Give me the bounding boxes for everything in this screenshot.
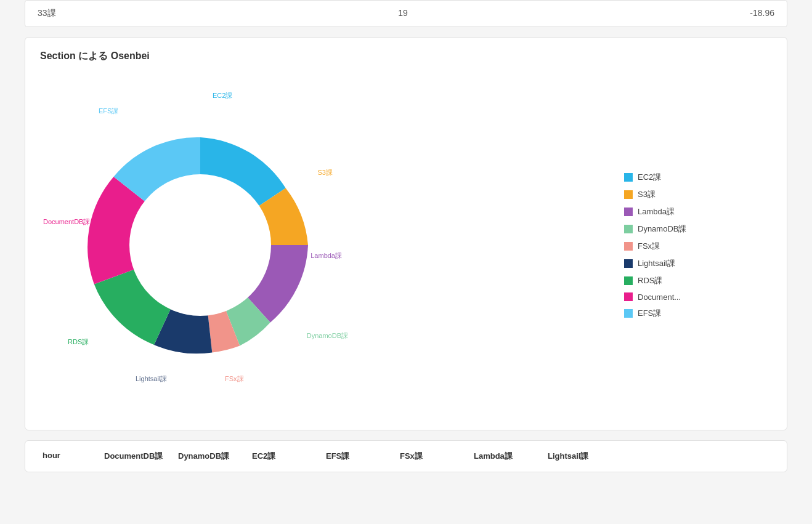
col-fsx: FSx課: [395, 451, 469, 462]
label-lambda: Lambda課: [311, 251, 342, 260]
legend-item-efs: EFS課: [624, 308, 747, 319]
top-col2: 19: [398, 8, 408, 19]
legend-color-rds: [624, 276, 633, 285]
label-s3: S3課: [318, 168, 333, 177]
legend-label-fsx: FSx課: [638, 241, 660, 252]
col-ec2: EC2課: [247, 451, 321, 462]
legend-label-documentdb: Document...: [638, 292, 681, 302]
chart-area: EC2課 EFS課 S3課 Lambda課 DynamoDB課 FSx課 Lig…: [40, 73, 772, 417]
label-fsx: FSx課: [225, 374, 244, 384]
col-lightsail: Lightsail課: [543, 451, 617, 462]
legend-color-s3: [624, 190, 633, 199]
legend-label-rds: RDS課: [638, 275, 662, 286]
legend-label-efs: EFS課: [638, 308, 661, 319]
legend-item-documentdb: Document...: [624, 292, 747, 302]
legend-label-s3: S3課: [638, 189, 656, 200]
label-lightsail: Lightsail課: [136, 374, 167, 384]
legend-label-lightsail: Lightsail課: [638, 258, 675, 269]
label-efs: EFS課: [99, 107, 118, 116]
donut-chart: [59, 103, 342, 387]
donut-hole: [129, 174, 271, 316]
legend-color-ec2: [624, 173, 633, 182]
legend-color-dynamodb: [624, 225, 633, 233]
legend-item-dynamodb: DynamoDB課: [624, 224, 747, 235]
legend: EC2課 S3課 Lambda課 DynamoDB課 FSx課: [624, 172, 747, 319]
col-documentdb: DocumentDB課: [99, 451, 173, 462]
legend-label-dynamodb: DynamoDB課: [638, 224, 686, 235]
legend-color-efs: [624, 309, 633, 318]
col-lambda: Lambda課: [469, 451, 543, 462]
label-rds: RDS課: [68, 337, 89, 347]
label-ec2: EC2課: [213, 91, 232, 100]
top-col3: -18.96: [750, 8, 774, 19]
legend-label-ec2: EC2課: [638, 172, 661, 183]
label-dynamodb: DynamoDB課: [307, 331, 348, 341]
main-card: Section による Osenbei: [25, 37, 787, 430]
legend-color-lambda: [624, 208, 633, 216]
legend-color-lightsail: [624, 259, 633, 268]
legend-item-s3: S3課: [624, 189, 747, 200]
legend-item-fsx: FSx課: [624, 241, 747, 252]
bottom-table-header-row: hour DocumentDB課 DynamoDB課 EC2課 EFS課 FSx…: [38, 451, 774, 462]
card-title: Section による Osenbei: [40, 50, 772, 63]
legend-item-lightsail: Lightsail課: [624, 258, 747, 269]
legend-item-rds: RDS課: [624, 275, 747, 286]
bottom-table: hour DocumentDB課 DynamoDB課 EC2課 EFS課 FSx…: [25, 440, 787, 472]
col-efs: EFS課: [321, 451, 395, 462]
legend-color-documentdb: [624, 292, 633, 301]
legend-label-lambda: Lambda課: [638, 206, 675, 217]
col-dynamodb: DynamoDB課: [173, 451, 247, 462]
top-col1: 33課: [38, 8, 56, 19]
donut-container: EC2課 EFS課 S3課 Lambda課 DynamoDB課 FSx課 Lig…: [40, 73, 360, 417]
legend-color-fsx: [624, 242, 633, 251]
label-documentdb: DocumentDB課: [43, 217, 90, 227]
page-wrapper: 33課 19 -18.96 Section による Osenbei: [0, 0, 812, 524]
legend-item-lambda: Lambda課: [624, 206, 747, 217]
col-hour: hour: [38, 451, 99, 462]
legend-item-ec2: EC2課: [624, 172, 747, 183]
top-table-row: 33課 19 -18.96: [25, 0, 787, 27]
